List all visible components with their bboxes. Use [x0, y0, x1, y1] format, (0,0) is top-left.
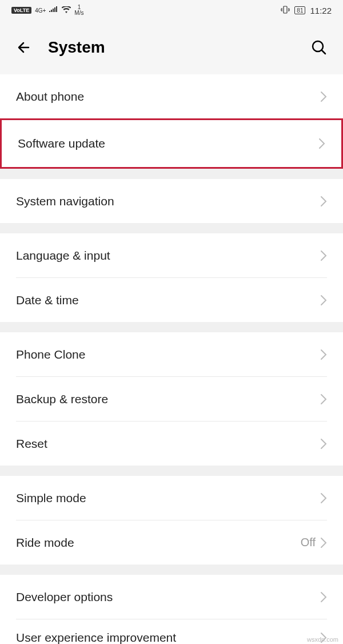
battery-indicator: 81 — [294, 6, 305, 14]
row-label: Developer options — [16, 590, 320, 604]
row-label: Reset — [16, 437, 320, 451]
row-label: About phone — [16, 90, 320, 104]
volte-badge: VoLTE — [11, 7, 31, 14]
row-ride-mode[interactable]: Ride mode Off — [0, 520, 343, 565]
chevron-right-icon — [320, 349, 327, 360]
row-label: Date & time — [16, 293, 320, 307]
row-label: System navigation — [16, 194, 320, 208]
row-phone-clone[interactable]: Phone Clone — [0, 332, 343, 376]
row-developer-options[interactable]: Developer options — [0, 575, 343, 619]
section-developer: Developer options User experience improv… — [0, 575, 343, 644]
header: System — [0, 21, 343, 74]
row-date-time[interactable]: Date & time — [0, 278, 343, 322]
row-label: Language & input — [16, 249, 320, 263]
row-system-navigation[interactable]: System navigation — [0, 179, 343, 223]
svg-rect-0 — [284, 6, 287, 13]
chevron-right-icon — [320, 591, 327, 603]
signal-icon — [49, 6, 58, 15]
chevron-right-icon — [320, 393, 327, 405]
section-locale: Language & input Date & time — [0, 233, 343, 322]
vibrate-icon — [281, 6, 290, 15]
wifi-icon — [62, 6, 71, 15]
section-modes: Simple mode Ride mode Off — [0, 476, 343, 565]
status-left: VoLTE 4G+ 1 M/s — [11, 5, 83, 16]
row-label: User experience improvement — [16, 631, 320, 645]
row-user-experience[interactable]: User experience improvement — [0, 619, 343, 644]
row-language-input[interactable]: Language & input — [0, 233, 343, 277]
speed-indicator: 1 M/s — [74, 5, 83, 16]
row-label: Software update — [18, 137, 318, 150]
section-backup: Phone Clone Backup & restore Reset — [0, 332, 343, 466]
search-icon — [311, 39, 327, 55]
row-label: Simple mode — [16, 491, 320, 505]
network-indicator: 4G+ — [35, 7, 46, 14]
row-label: Phone Clone — [16, 348, 320, 361]
status-bar: VoLTE 4G+ 1 M/s 81 11:22 — [0, 0, 343, 21]
page-title: System — [48, 38, 295, 57]
status-right: 81 11:22 — [281, 6, 332, 15]
watermark: wsxdn.com — [307, 636, 338, 643]
row-value: Off — [301, 536, 316, 549]
clock: 11:22 — [310, 6, 332, 15]
row-reset[interactable]: Reset — [0, 422, 343, 466]
chevron-right-icon — [320, 196, 327, 207]
back-button[interactable] — [15, 38, 33, 57]
chevron-right-icon — [320, 250, 327, 261]
section-about: About phone Software update — [0, 74, 343, 169]
settings-list: About phone Software update System navig… — [0, 74, 343, 644]
chevron-right-icon — [320, 295, 327, 306]
chevron-right-icon — [320, 537, 327, 548]
row-simple-mode[interactable]: Simple mode — [0, 476, 343, 520]
row-software-update[interactable]: Software update — [0, 118, 343, 169]
chevron-right-icon — [320, 438, 327, 450]
search-button[interactable] — [310, 38, 328, 57]
section-navigation: System navigation — [0, 179, 343, 223]
row-backup-restore[interactable]: Backup & restore — [0, 377, 343, 421]
row-about-phone[interactable]: About phone — [0, 74, 343, 118]
chevron-right-icon — [318, 138, 325, 149]
chevron-right-icon — [320, 492, 327, 504]
row-label: Ride mode — [16, 536, 301, 550]
back-arrow-icon — [16, 39, 32, 55]
row-label: Backup & restore — [16, 392, 320, 406]
chevron-right-icon — [320, 91, 327, 102]
